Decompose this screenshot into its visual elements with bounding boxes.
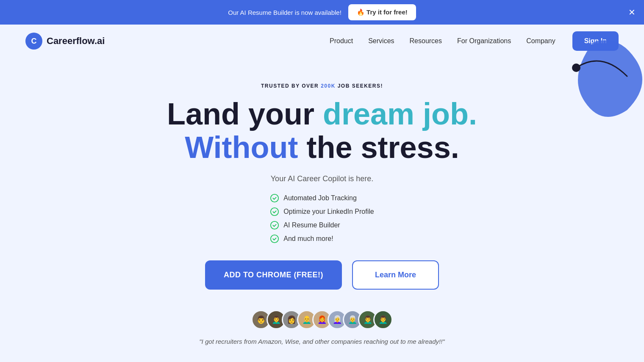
- check-icon-2: [270, 207, 279, 216]
- checklist-item: Optimize your LinkedIn Profile: [270, 207, 374, 216]
- check-icon-4: [270, 234, 279, 243]
- headline-stress: the stress.: [298, 130, 459, 164]
- hero-section: TRUSTED BY OVER 200K JOB SEEKERS! Land y…: [131, 58, 513, 362]
- nav-item-organizations[interactable]: For Organizations: [457, 37, 511, 44]
- check-icon-3: [270, 221, 279, 230]
- try-free-button[interactable]: 🔥 Try it for free!: [348, 4, 416, 20]
- logo-link[interactable]: C Careerflow.ai: [25, 33, 105, 50]
- avatars-section: 👨👨‍🦱👩👨‍🦲👩‍🦰👩‍🦳👨‍🦳👨‍🦱👨‍🦱: [148, 310, 496, 329]
- headline-land: Land your: [167, 97, 323, 131]
- nav-links: Product Services Resources For Organizat…: [330, 37, 555, 45]
- add-to-chrome-button[interactable]: ADD TO CHROME (FREE!): [205, 260, 342, 290]
- headline-without: Without: [185, 130, 298, 164]
- announcement-bar: Our AI Resume Builder is now available! …: [0, 0, 644, 25]
- testimonial-text: "I got recruiters from Amazon, Wise, and…: [148, 338, 496, 345]
- navbar: C Careerflow.ai Product Services Resourc…: [0, 25, 644, 58]
- hero-subtext: Your AI Career Copilot is here.: [148, 174, 496, 183]
- checklist-item: And much more!: [270, 234, 333, 243]
- trusted-badge: TRUSTED BY OVER 200K JOB SEEKERS!: [148, 83, 496, 89]
- headline-dream: dream job.: [323, 97, 477, 131]
- nav-item-product[interactable]: Product: [330, 37, 353, 44]
- avatars-row: 👨👨‍🦱👩👨‍🦲👩‍🦰👩‍🦳👨‍🦳👨‍🦱👨‍🦱: [251, 310, 393, 329]
- svg-point-4: [271, 235, 278, 243]
- cta-buttons: ADD TO CHROME (FREE!) Learn More: [148, 260, 496, 290]
- learn-more-button[interactable]: Learn More: [352, 260, 439, 290]
- checklist-item: Automated Job Tracking: [270, 193, 357, 203]
- close-announcement-button[interactable]: ✕: [628, 8, 636, 17]
- feature-checklist: Automated Job Tracking Optimize your Lin…: [270, 193, 374, 243]
- svg-point-0: [572, 64, 580, 72]
- hero-headline: Land your dream job. Without the stress.: [148, 97, 496, 164]
- nav-item-resources[interactable]: Resources: [410, 37, 442, 44]
- svg-point-2: [271, 208, 278, 216]
- nav-item-services[interactable]: Services: [368, 37, 394, 44]
- check-icon-1: [270, 193, 279, 203]
- avatar: 👨‍🦱: [373, 310, 393, 329]
- logo-icon: C: [25, 33, 42, 50]
- checklist-item: AI Resume Builder: [270, 221, 340, 230]
- svg-point-3: [271, 221, 278, 229]
- logo-text: Careerflow.ai: [47, 36, 105, 47]
- svg-point-1: [271, 194, 278, 202]
- announcement-text: Our AI Resume Builder is now available!: [228, 9, 341, 16]
- nav-item-company[interactable]: Company: [526, 37, 555, 44]
- signin-button[interactable]: Sign In: [572, 31, 619, 51]
